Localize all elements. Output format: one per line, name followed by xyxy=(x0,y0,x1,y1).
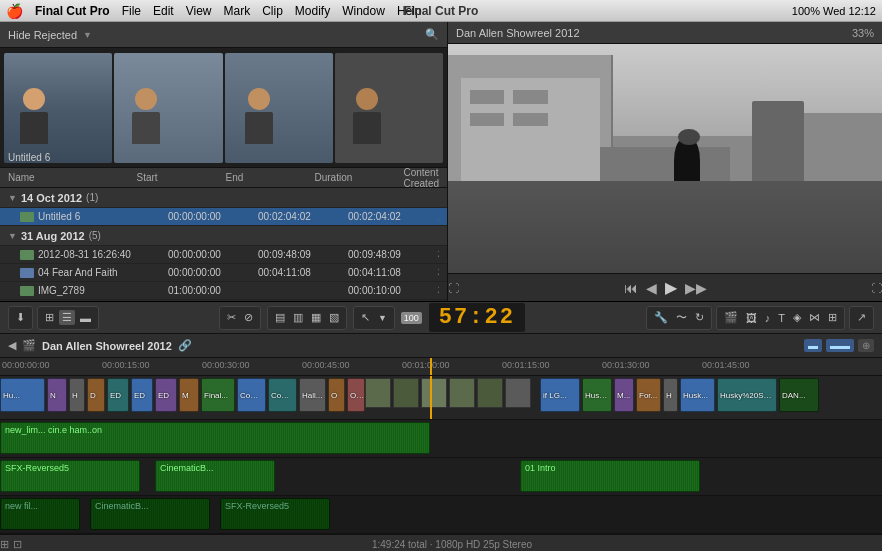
menu-modify[interactable]: Modify xyxy=(295,4,330,18)
viewer-rewind-btn[interactable]: ⏮ xyxy=(624,280,638,296)
clip-com1[interactable]: Com... xyxy=(237,378,266,412)
timeline-header: ◀ 🎬 Dan Allen Showreel 2012 🔗 ▬ ▬▬ ⊕ xyxy=(0,334,882,358)
browser-search-icon[interactable]: 🔍 xyxy=(425,28,439,41)
skim-marker: 100 xyxy=(401,312,422,324)
audio-clip-intro[interactable]: 01 Intro xyxy=(520,460,700,492)
viewer-canvas[interactable] xyxy=(448,44,882,273)
clip-com2[interactable]: Com... xyxy=(268,378,297,412)
browser-thumbnails: Untitled 6 xyxy=(0,48,447,168)
clip-h[interactable]: H xyxy=(69,378,85,412)
table-row[interactable]: 2012-08-31 16:26:40 00:00:00:00 00:09:48… xyxy=(0,246,447,264)
tool-blade-btn[interactable]: ⊘ xyxy=(241,310,256,325)
clip-m[interactable]: M xyxy=(179,378,199,412)
tool-dropdown-btn[interactable]: ▼ xyxy=(375,312,390,324)
clip-husk1[interactable]: Husk... xyxy=(582,378,612,412)
clip-m2[interactable]: M... xyxy=(614,378,634,412)
tool-group-view: ⊞ ☰ ▬ xyxy=(37,306,99,330)
tool-curve-btn[interactable]: 〜 xyxy=(673,309,690,326)
dropdown-icon[interactable]: ▼ xyxy=(83,30,92,40)
status-icon-left2[interactable]: ⊡ xyxy=(13,538,22,551)
clip-o1[interactable]: O xyxy=(328,378,345,412)
tool-generator-btn[interactable]: ⊞ xyxy=(825,310,840,325)
tool-select-btn[interactable]: ↖ xyxy=(358,310,373,325)
table-row[interactable]: IMG_2789 01:00:00:00 00:00:10:00 31 Aug … xyxy=(0,282,447,300)
clip-ed1[interactable]: ED xyxy=(107,378,129,412)
menu-view[interactable]: View xyxy=(186,4,212,18)
viewer-expand-icon[interactable]: ⛶ xyxy=(448,282,459,294)
playhead-video xyxy=(430,376,432,419)
clip-n[interactable]: N xyxy=(47,378,67,412)
audio-clip-main[interactable]: new_lim... cin.e ham..on xyxy=(0,422,430,454)
group-oct2012[interactable]: ▼ 14 Oct 2012 (1) xyxy=(0,188,447,208)
tool-grid-btn[interactable]: ⊞ xyxy=(42,310,57,325)
thumbnail-2[interactable] xyxy=(114,53,222,163)
tool-clip-btn4[interactable]: ▧ xyxy=(326,310,342,325)
clip-hu[interactable]: Hu... xyxy=(0,378,45,412)
menu-file[interactable]: File xyxy=(122,4,141,18)
tool-clip-btn1[interactable]: ▤ xyxy=(272,310,288,325)
tool-rotate-btn[interactable]: ↻ xyxy=(692,310,707,325)
timeline-plus-btn[interactable]: ⊕ xyxy=(858,339,874,352)
clip-o2[interactable]: O... xyxy=(347,378,365,412)
audio-clip-cinematic[interactable]: CinematicB... xyxy=(155,460,275,492)
tool-share-btn[interactable]: ↗ xyxy=(854,310,869,325)
app-name: Final Cut Pro xyxy=(35,4,110,18)
tool-list-btn[interactable]: ☰ xyxy=(59,310,75,325)
viewer-fullscreen-btn[interactable]: ⛶ xyxy=(871,282,882,294)
tool-filmstrip-btn[interactable]: ▬ xyxy=(77,311,94,325)
clip-iflg[interactable]: if LG... xyxy=(540,378,580,412)
tool-import-btn[interactable]: ⬇ xyxy=(13,310,28,325)
clip-h2[interactable]: H xyxy=(663,378,678,412)
menu-window[interactable]: Window xyxy=(342,4,385,18)
clip-d[interactable]: D xyxy=(87,378,105,412)
table-row[interactable]: 04 Fear And Faith 00:00:00:00 00:04:11:0… xyxy=(0,264,447,282)
tool-clip-btn2[interactable]: ▥ xyxy=(290,310,306,325)
clip-ed3[interactable]: ED xyxy=(155,378,177,412)
browser-list: ▼ 14 Oct 2012 (1) Untitled 6 00:00:00:00… xyxy=(0,188,447,301)
tool-transition-btn[interactable]: ⋈ xyxy=(806,310,823,325)
clip-ed2[interactable]: ED xyxy=(131,378,153,412)
timeline-blue-btn1[interactable]: ▬ xyxy=(804,339,822,352)
audio-clip-dark1[interactable]: new fil... xyxy=(0,498,80,530)
audio-clip-dark3[interactable]: SFX-Reversed5 xyxy=(220,498,330,530)
status-icon-left1[interactable]: ⊞ xyxy=(0,538,9,551)
audio-clip-dark2[interactable]: CinematicB... xyxy=(90,498,210,530)
timeline-nav-back-btn[interactable]: ◀ xyxy=(8,339,16,352)
thumbnail-3[interactable] xyxy=(225,53,333,163)
clip-huskdir[interactable]: Husky%20SBDir... xyxy=(717,378,777,412)
menu-edit[interactable]: Edit xyxy=(153,4,174,18)
menu-mark[interactable]: Mark xyxy=(224,4,251,18)
tool-group-arrow: ↖ ▼ xyxy=(353,306,395,330)
tool-music-btn[interactable]: ♪ xyxy=(762,311,774,325)
clip-husk2[interactable]: Husk... xyxy=(680,378,715,412)
tool-clip-btn3[interactable]: ▦ xyxy=(308,310,324,325)
apple-menu[interactable]: 🍎 xyxy=(6,3,23,19)
thumbnail-4[interactable] xyxy=(335,53,443,163)
viewer-play-btn[interactable]: ▶ xyxy=(665,278,677,297)
tool-text-btn[interactable]: T xyxy=(775,311,788,325)
tool-fx-btn[interactable]: ◈ xyxy=(790,310,804,325)
group-aug2012[interactable]: ▼ 31 Aug 2012 (5) xyxy=(0,226,447,246)
audio-track-1: new_lim... cin.e ham..on xyxy=(0,420,882,458)
thumbnail-clips xyxy=(365,378,535,412)
clip-for[interactable]: For... xyxy=(636,378,661,412)
tool-video-btn[interactable]: 🎬 xyxy=(721,310,741,325)
hide-rejected-label[interactable]: Hide Rejected xyxy=(8,29,77,41)
playhead[interactable] xyxy=(430,358,432,375)
menu-clip[interactable]: Clip xyxy=(262,4,283,18)
timeline-blue-btn2[interactable]: ▬▬ xyxy=(826,339,854,352)
timeline-film-icon: 🎬 xyxy=(22,339,36,352)
tool-trim-btn[interactable]: ✂ xyxy=(224,310,239,325)
tool-photo-btn[interactable]: 🖼 xyxy=(743,311,760,325)
clip-hall[interactable]: Hall... xyxy=(299,378,326,412)
viewer-forward-btn[interactable]: ▶▶ xyxy=(685,280,707,296)
clip-final[interactable]: Final... xyxy=(201,378,235,412)
tool-wrench-btn[interactable]: 🔧 xyxy=(651,310,671,325)
ruler-label-2: 00:00:30:00 xyxy=(202,360,250,370)
viewer-back-btn[interactable]: ◀ xyxy=(646,280,657,296)
thumbnail-1[interactable] xyxy=(4,53,112,163)
clip-dan[interactable]: DAN... xyxy=(779,378,819,412)
audio-clip-sfx[interactable]: SFX-Reversed5 xyxy=(0,460,140,492)
table-row[interactable]: Untitled 6 00:00:00:00 00:02:04:02 00:02… xyxy=(0,208,447,226)
ruler-label-0: 00:00:00:00 xyxy=(2,360,50,370)
